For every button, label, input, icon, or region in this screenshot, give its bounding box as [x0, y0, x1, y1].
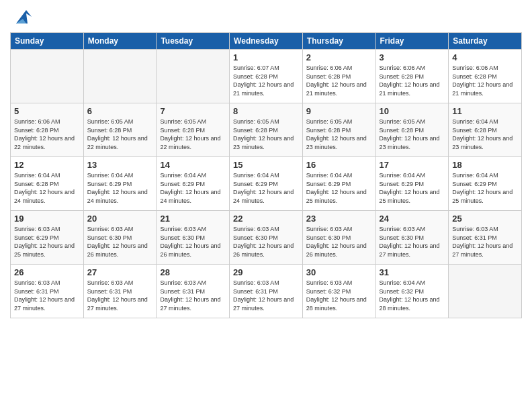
day-info: Sunrise: 6:04 AMSunset: 6:29 PMDaylight:… — [160, 171, 226, 205]
day-info: Sunrise: 6:03 AMSunset: 6:30 PMDaylight:… — [160, 225, 226, 259]
day-number: 11 — [452, 106, 518, 116]
day-info: Sunrise: 6:06 AMSunset: 6:28 PMDaylight:… — [306, 64, 372, 97]
day-number: 26 — [14, 267, 80, 277]
calendar-day-cell: 11Sunrise: 6:04 AMSunset: 6:28 PMDayligh… — [449, 103, 522, 157]
day-number: 29 — [233, 267, 299, 277]
day-number: 28 — [160, 267, 226, 277]
calendar-day-cell — [83, 50, 157, 103]
calendar-week-row: 5Sunrise: 6:06 AMSunset: 6:28 PMDaylight… — [11, 103, 522, 157]
calendar-day-cell: 23Sunrise: 6:03 AMSunset: 6:30 PMDayligh… — [302, 211, 375, 265]
calendar-day-cell: 13Sunrise: 6:04 AMSunset: 6:29 PMDayligh… — [83, 157, 157, 211]
calendar-day-cell: 31Sunrise: 6:04 AMSunset: 6:32 PMDayligh… — [375, 265, 449, 318]
calendar-day-cell: 22Sunrise: 6:03 AMSunset: 6:30 PMDayligh… — [230, 211, 303, 265]
calendar-day-cell — [11, 50, 84, 103]
day-number: 10 — [380, 106, 445, 116]
day-number: 30 — [306, 267, 372, 277]
calendar-day-cell: 18Sunrise: 6:04 AMSunset: 6:29 PMDayligh… — [449, 157, 522, 211]
day-info: Sunrise: 6:05 AMSunset: 6:28 PMDaylight:… — [233, 118, 299, 151]
day-number: 16 — [306, 160, 372, 170]
calendar-week-row: 12Sunrise: 6:04 AMSunset: 6:28 PMDayligh… — [11, 157, 522, 211]
calendar-day-cell: 24Sunrise: 6:03 AMSunset: 6:30 PMDayligh… — [375, 211, 449, 265]
page-container: SundayMondayTuesdayWednesdayThursdayFrid… — [0, 0, 532, 325]
day-number: 18 — [452, 160, 518, 170]
calendar-day-cell: 6Sunrise: 6:05 AMSunset: 6:28 PMDaylight… — [83, 103, 157, 157]
day-info: Sunrise: 6:07 AMSunset: 6:28 PMDaylight:… — [233, 64, 299, 97]
day-info: Sunrise: 6:04 AMSunset: 6:28 PMDaylight:… — [452, 118, 518, 151]
day-info: Sunrise: 6:06 AMSunset: 6:28 PMDaylight:… — [452, 64, 518, 97]
day-number: 4 — [452, 52, 518, 62]
day-number: 19 — [14, 214, 80, 224]
day-number: 23 — [306, 214, 372, 224]
day-info: Sunrise: 6:04 AMSunset: 6:29 PMDaylight:… — [452, 171, 518, 205]
logo — [10, 7, 33, 27]
day-info: Sunrise: 6:05 AMSunset: 6:28 PMDaylight:… — [306, 118, 372, 151]
calendar-day-cell — [157, 50, 230, 103]
calendar-day-cell: 29Sunrise: 6:03 AMSunset: 6:31 PMDayligh… — [230, 265, 303, 318]
calendar-table: SundayMondayTuesdayWednesdayThursdayFrid… — [10, 32, 522, 318]
calendar-day-cell: 10Sunrise: 6:05 AMSunset: 6:28 PMDayligh… — [375, 103, 449, 157]
day-number: 24 — [380, 214, 445, 224]
calendar-day-cell: 4Sunrise: 6:06 AMSunset: 6:28 PMDaylight… — [449, 50, 522, 103]
day-info: Sunrise: 6:03 AMSunset: 6:31 PMDaylight:… — [452, 225, 518, 259]
day-info: Sunrise: 6:03 AMSunset: 6:32 PMDaylight:… — [306, 279, 372, 312]
calendar-day-cell: 9Sunrise: 6:05 AMSunset: 6:28 PMDaylight… — [302, 103, 375, 157]
day-number: 15 — [233, 160, 299, 170]
calendar-day-cell: 19Sunrise: 6:03 AMSunset: 6:29 PMDayligh… — [11, 211, 84, 265]
day-info: Sunrise: 6:06 AMSunset: 6:28 PMDaylight:… — [380, 64, 445, 97]
day-number: 12 — [14, 160, 80, 170]
day-info: Sunrise: 6:03 AMSunset: 6:30 PMDaylight:… — [233, 225, 299, 259]
day-number: 9 — [306, 106, 372, 116]
calendar-day-cell: 17Sunrise: 6:04 AMSunset: 6:29 PMDayligh… — [375, 157, 449, 211]
day-info: Sunrise: 6:04 AMSunset: 6:32 PMDaylight:… — [380, 279, 445, 312]
calendar-day-header: Tuesday — [157, 33, 230, 50]
day-info: Sunrise: 6:03 AMSunset: 6:31 PMDaylight:… — [87, 279, 153, 312]
logo-icon — [13, 7, 33, 27]
calendar-day-cell: 26Sunrise: 6:03 AMSunset: 6:31 PMDayligh… — [11, 265, 84, 318]
day-info: Sunrise: 6:03 AMSunset: 6:31 PMDaylight:… — [160, 279, 226, 312]
day-info: Sunrise: 6:04 AMSunset: 6:29 PMDaylight:… — [87, 171, 153, 205]
day-info: Sunrise: 6:06 AMSunset: 6:28 PMDaylight:… — [14, 118, 80, 151]
calendar-day-cell: 15Sunrise: 6:04 AMSunset: 6:29 PMDayligh… — [230, 157, 303, 211]
day-number: 31 — [380, 267, 445, 277]
day-number: 25 — [452, 214, 518, 224]
calendar-day-header: Sunday — [11, 33, 84, 50]
calendar-day-cell: 27Sunrise: 6:03 AMSunset: 6:31 PMDayligh… — [83, 265, 157, 318]
day-number: 3 — [380, 52, 445, 62]
calendar-day-cell: 14Sunrise: 6:04 AMSunset: 6:29 PMDayligh… — [157, 157, 230, 211]
day-info: Sunrise: 6:05 AMSunset: 6:28 PMDaylight:… — [87, 118, 153, 151]
day-info: Sunrise: 6:04 AMSunset: 6:29 PMDaylight:… — [306, 171, 372, 205]
day-number: 13 — [87, 160, 153, 170]
day-number: 22 — [233, 214, 299, 224]
calendar-day-cell: 8Sunrise: 6:05 AMSunset: 6:28 PMDaylight… — [230, 103, 303, 157]
calendar-week-row: 19Sunrise: 6:03 AMSunset: 6:29 PMDayligh… — [11, 211, 522, 265]
calendar-day-cell: 25Sunrise: 6:03 AMSunset: 6:31 PMDayligh… — [449, 211, 522, 265]
day-number: 17 — [380, 160, 445, 170]
day-number: 21 — [160, 214, 226, 224]
day-number: 6 — [87, 106, 153, 116]
day-info: Sunrise: 6:03 AMSunset: 6:31 PMDaylight:… — [233, 279, 299, 312]
calendar-day-cell: 3Sunrise: 6:06 AMSunset: 6:28 PMDaylight… — [375, 50, 449, 103]
day-info: Sunrise: 6:03 AMSunset: 6:29 PMDaylight:… — [14, 225, 80, 259]
calendar-day-cell: 21Sunrise: 6:03 AMSunset: 6:30 PMDayligh… — [157, 211, 230, 265]
day-number: 27 — [87, 267, 153, 277]
day-number: 7 — [160, 106, 226, 116]
day-info: Sunrise: 6:05 AMSunset: 6:28 PMDaylight:… — [380, 118, 445, 151]
calendar-header-row: SundayMondayTuesdayWednesdayThursdayFrid… — [11, 33, 522, 50]
day-info: Sunrise: 6:03 AMSunset: 6:31 PMDaylight:… — [14, 279, 80, 312]
day-info: Sunrise: 6:03 AMSunset: 6:30 PMDaylight:… — [380, 225, 445, 259]
day-info: Sunrise: 6:03 AMSunset: 6:30 PMDaylight:… — [87, 225, 153, 259]
day-info: Sunrise: 6:04 AMSunset: 6:29 PMDaylight:… — [380, 171, 445, 205]
day-number: 8 — [233, 106, 299, 116]
calendar-day-header: Monday — [83, 33, 157, 50]
page-header — [10, 7, 522, 27]
calendar-day-cell: 1Sunrise: 6:07 AMSunset: 6:28 PMDaylight… — [230, 50, 303, 103]
calendar-day-header: Thursday — [302, 33, 375, 50]
calendar-day-header: Wednesday — [230, 33, 303, 50]
day-info: Sunrise: 6:04 AMSunset: 6:28 PMDaylight:… — [14, 171, 80, 205]
calendar-day-cell: 12Sunrise: 6:04 AMSunset: 6:28 PMDayligh… — [11, 157, 84, 211]
calendar-day-cell: 16Sunrise: 6:04 AMSunset: 6:29 PMDayligh… — [302, 157, 375, 211]
calendar-day-cell: 20Sunrise: 6:03 AMSunset: 6:30 PMDayligh… — [83, 211, 157, 265]
day-number: 20 — [87, 214, 153, 224]
calendar-day-cell: 28Sunrise: 6:03 AMSunset: 6:31 PMDayligh… — [157, 265, 230, 318]
calendar-day-header: Friday — [375, 33, 449, 50]
